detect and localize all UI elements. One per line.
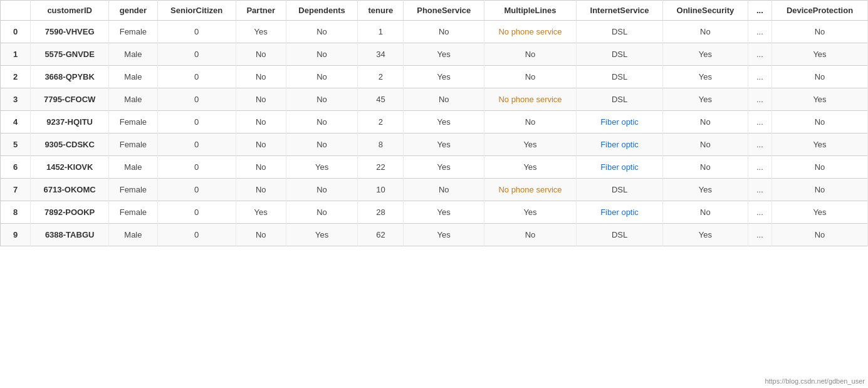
cell-tenure: 45: [358, 88, 404, 111]
cell-partner: Yes: [236, 21, 286, 43]
cell-index: 2: [1, 66, 31, 88]
cell-seniorcitizen: 0: [157, 156, 236, 179]
cell-multiplelines: No phone service: [484, 21, 577, 43]
cell-tenure: 22: [358, 156, 404, 179]
cell-tenure: 62: [358, 224, 404, 246]
cell-dependents: Yes: [286, 224, 358, 246]
cell-gender: Female: [109, 201, 157, 224]
cell-ellipsis: ...: [748, 224, 771, 246]
col-header-seniorcitizen: SeniorCitizen: [157, 1, 236, 21]
cell-internetservice: DSL: [576, 224, 662, 246]
cell-customerid: 7590-VHVEG: [31, 21, 109, 43]
cell-tenure: 8: [358, 134, 404, 156]
cell-index: 1: [1, 43, 31, 66]
cell-customerid: 6388-TABGU: [31, 224, 109, 246]
cell-internetservice: Fiber optic: [576, 111, 662, 134]
cell-deviceprotection: Yes: [771, 88, 867, 111]
col-header-onlinesecurity: OnlineSecurity: [663, 1, 748, 21]
cell-multiplelines: No: [484, 224, 577, 246]
cell-phoneservice: Yes: [404, 43, 484, 66]
cell-gender: Female: [109, 134, 157, 156]
cell-customerid: 9237-HQITU: [31, 111, 109, 134]
table-row: 96388-TABGUMale0NoYes62YesNoDSLYes...No: [1, 224, 868, 246]
cell-phoneservice: Yes: [404, 224, 484, 246]
cell-index: 8: [1, 201, 31, 224]
cell-gender: Female: [109, 21, 157, 43]
cell-tenure: 34: [358, 43, 404, 66]
cell-multiplelines: Yes: [484, 156, 577, 179]
table-row: 61452-KIOVKMale0NoYes22YesYesFiber optic…: [1, 156, 868, 179]
cell-internetservice: Fiber optic: [576, 156, 662, 179]
cell-onlinesecurity: Yes: [663, 179, 748, 201]
cell-multiplelines: Yes: [484, 201, 577, 224]
cell-seniorcitizen: 0: [157, 43, 236, 66]
cell-index: 4: [1, 111, 31, 134]
table-row: 76713-OKOMCFemale0NoNo10NoNo phone servi…: [1, 179, 868, 201]
cell-multiplelines: Yes: [484, 134, 577, 156]
cell-gender: Male: [109, 66, 157, 88]
cell-multiplelines: No phone service: [484, 179, 577, 201]
cell-internetservice: DSL: [576, 21, 662, 43]
cell-customerid: 1452-KIOVK: [31, 156, 109, 179]
table-row: 87892-POOKPFemale0YesNo28YesYesFiber opt…: [1, 201, 868, 224]
cell-customerid: 6713-OKOMC: [31, 179, 109, 201]
cell-partner: No: [236, 134, 286, 156]
cell-dependents: No: [286, 21, 358, 43]
cell-ellipsis: ...: [748, 156, 771, 179]
cell-ellipsis: ...: [748, 201, 771, 224]
col-header-multiplelines: MultipleLines: [484, 1, 577, 21]
cell-index: 0: [1, 21, 31, 43]
cell-dependents: Yes: [286, 156, 358, 179]
cell-deviceprotection: No: [771, 224, 867, 246]
cell-phoneservice: Yes: [404, 134, 484, 156]
cell-tenure: 10: [358, 179, 404, 201]
cell-seniorcitizen: 0: [157, 224, 236, 246]
cell-gender: Male: [109, 88, 157, 111]
cell-ellipsis: ...: [748, 66, 771, 88]
cell-deviceprotection: Yes: [771, 43, 867, 66]
cell-dependents: No: [286, 88, 358, 111]
cell-internetservice: DSL: [576, 66, 662, 88]
cell-index: 5: [1, 134, 31, 156]
cell-gender: Male: [109, 43, 157, 66]
cell-partner: No: [236, 224, 286, 246]
cell-dependents: No: [286, 201, 358, 224]
cell-onlinesecurity: No: [663, 201, 748, 224]
cell-internetservice: Fiber optic: [576, 134, 662, 156]
cell-phoneservice: Yes: [404, 201, 484, 224]
cell-seniorcitizen: 0: [157, 179, 236, 201]
cell-multiplelines: No: [484, 43, 577, 66]
cell-dependents: No: [286, 179, 358, 201]
cell-deviceprotection: No: [771, 156, 867, 179]
col-header-gender: gender: [109, 1, 157, 21]
cell-tenure: 2: [358, 66, 404, 88]
cell-customerid: 7795-CFOCW: [31, 88, 109, 111]
cell-index: 3: [1, 88, 31, 111]
table-row: 49237-HQITUFemale0NoNo2YesNoFiber opticN…: [1, 111, 868, 134]
cell-onlinesecurity: No: [663, 156, 748, 179]
cell-multiplelines: No: [484, 66, 577, 88]
cell-phoneservice: Yes: [404, 156, 484, 179]
cell-tenure: 2: [358, 111, 404, 134]
cell-onlinesecurity: Yes: [663, 224, 748, 246]
cell-index: 9: [1, 224, 31, 246]
cell-onlinesecurity: No: [663, 111, 748, 134]
cell-customerid: 3668-QPYBK: [31, 66, 109, 88]
cell-phoneservice: No: [404, 179, 484, 201]
cell-seniorcitizen: 0: [157, 134, 236, 156]
col-header-partner: Partner: [236, 1, 286, 21]
cell-internetservice: DSL: [576, 88, 662, 111]
cell-internetservice: DSL: [576, 179, 662, 201]
cell-ellipsis: ...: [748, 111, 771, 134]
cell-customerid: 7892-POOKP: [31, 201, 109, 224]
cell-internetservice: DSL: [576, 43, 662, 66]
table-row: 59305-CDSKCFemale0NoNo8YesYesFiber optic…: [1, 134, 868, 156]
cell-deviceprotection: No: [771, 111, 867, 134]
cell-gender: Female: [109, 111, 157, 134]
cell-index: 7: [1, 179, 31, 201]
col-header-phoneservice: PhoneService: [404, 1, 484, 21]
cell-seniorcitizen: 0: [157, 88, 236, 111]
cell-deviceprotection: Yes: [771, 134, 867, 156]
cell-seniorcitizen: 0: [157, 111, 236, 134]
cell-customerid: 9305-CDSKC: [31, 134, 109, 156]
